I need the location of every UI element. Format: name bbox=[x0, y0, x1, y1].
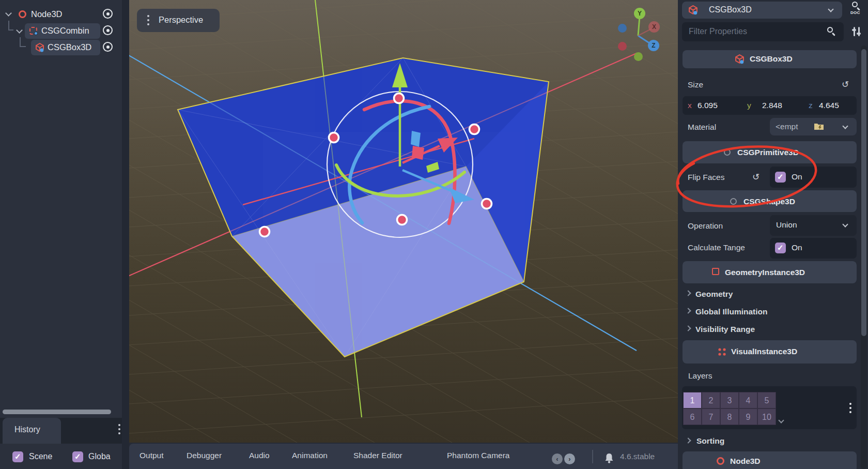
operation-label: Operation bbox=[688, 221, 723, 231]
scene-checkbox-label: Scene bbox=[29, 452, 52, 461]
group-global-illumination[interactable]: Global Illumination bbox=[695, 307, 768, 316]
perspective-label: Perspective bbox=[159, 15, 203, 25]
section-header-csgbox3d[interactable]: CSGBox3D bbox=[683, 50, 857, 68]
csgbox3d-icon bbox=[735, 54, 745, 64]
doc-search-icon bbox=[852, 2, 858, 7]
tab-debugger[interactable]: Debugger bbox=[187, 451, 222, 460]
viewport-canvas[interactable] bbox=[129, 0, 678, 443]
geometryinstance3d-icon bbox=[712, 268, 719, 275]
csg-box-mesh[interactable] bbox=[178, 58, 549, 357]
chevron-down-icon bbox=[842, 221, 848, 227]
layer-cell-2[interactable]: 2 bbox=[702, 392, 720, 409]
doc-icon-label: DOC bbox=[850, 10, 860, 15]
panel-splitter[interactable] bbox=[122, 0, 129, 469]
flip-faces-checkbox[interactable] bbox=[775, 172, 786, 183]
section-header-geometryinstance3d[interactable]: GeometryInstance3D bbox=[683, 261, 857, 283]
material-resource-picker[interactable]: <empt bbox=[770, 118, 857, 135]
node-selector-dropdown[interactable]: CSGBox3D bbox=[682, 2, 842, 19]
tabs-scroll-right-button[interactable]: › bbox=[564, 453, 575, 464]
axis-z-ball[interactable]: Z bbox=[648, 40, 659, 51]
operation-value: Union bbox=[776, 220, 797, 230]
axis-y-ball[interactable]: Y bbox=[634, 8, 645, 19]
layers-menu-icon[interactable] bbox=[849, 403, 851, 415]
group-geometry[interactable]: Geometry bbox=[695, 290, 733, 299]
version-label: 4.6.stable bbox=[620, 452, 655, 461]
notification-bell-icon[interactable] bbox=[603, 452, 615, 464]
history-filter-row: Scene Globa bbox=[0, 444, 122, 469]
chevron-down-icon bbox=[828, 6, 833, 12]
z-component-label: z bbox=[809, 101, 813, 110]
history-menu-icon[interactable] bbox=[118, 424, 120, 436]
layer-cell-7[interactable]: 7 bbox=[702, 409, 720, 425]
collapse-chevron-icon[interactable] bbox=[5, 10, 12, 17]
axis-neg-y-dot[interactable] bbox=[634, 52, 643, 61]
layer-cell-3[interactable]: 3 bbox=[720, 392, 739, 409]
layer-cell-6[interactable]: 6 bbox=[683, 409, 702, 425]
bar-divider bbox=[592, 450, 593, 463]
visibility-eye-icon[interactable] bbox=[103, 9, 113, 19]
viewport-3d[interactable]: Perspective Y X Z bbox=[129, 0, 678, 443]
calculate-tangents-field: On bbox=[770, 238, 857, 259]
layers-field: 1 2 3 4 5 6 7 8 9 10 bbox=[682, 386, 857, 429]
visibility-eye-icon[interactable] bbox=[103, 25, 113, 35]
collapse-chevron-icon[interactable] bbox=[16, 27, 23, 34]
folder-load-icon[interactable] bbox=[814, 122, 824, 131]
flip-faces-label: Flip Faces bbox=[688, 173, 725, 182]
flip-faces-value: On bbox=[792, 172, 802, 181]
horizontal-scrollbar[interactable] bbox=[3, 410, 111, 414]
layer-cell-9[interactable]: 9 bbox=[739, 409, 757, 425]
csgbox3d-icon bbox=[35, 43, 44, 52]
flip-faces-field: On bbox=[770, 167, 857, 188]
node3d-icon bbox=[717, 457, 724, 465]
node3d-icon bbox=[19, 10, 26, 18]
tab-output[interactable]: Output bbox=[140, 451, 164, 460]
section-header-csgshape3d[interactable]: CSGShape3D bbox=[683, 190, 857, 212]
tab-phantom-camera[interactable]: Phantom Camera bbox=[447, 451, 509, 460]
kebab-menu-icon bbox=[147, 15, 149, 27]
tree-label-csgcombiner: CSGCombin bbox=[41, 26, 89, 36]
tabs-scroll-left-button[interactable]: ‹ bbox=[552, 453, 563, 464]
revert-icon[interactable]: ↺ bbox=[752, 172, 760, 183]
inspector-tools-icon[interactable] bbox=[853, 27, 862, 37]
tab-animation[interactable]: Animation bbox=[292, 451, 328, 460]
layer-cell-10[interactable]: 10 bbox=[757, 409, 776, 425]
layer-cell-1[interactable]: 1 bbox=[683, 392, 702, 409]
open-docs-button[interactable]: DOC bbox=[849, 2, 862, 16]
size-z-value[interactable]: 4.645 bbox=[819, 101, 839, 110]
layers-label: Layers bbox=[688, 371, 712, 381]
axis-neg-z-dot[interactable] bbox=[618, 24, 627, 33]
tree-label-csgbox3d: CSGBox3D bbox=[48, 42, 91, 52]
group-visibility-range[interactable]: Visibility Range bbox=[695, 325, 755, 334]
inspector-scrollbar-thumb[interactable] bbox=[861, 49, 866, 336]
section-header-node3d[interactable]: Node3D bbox=[683, 451, 857, 469]
material-label: Material bbox=[688, 123, 716, 132]
section-header-visualinstance3d[interactable]: VisualInstance3D bbox=[683, 340, 857, 364]
axis-neg-x-dot[interactable] bbox=[618, 42, 627, 51]
group-sorting[interactable]: Sorting bbox=[696, 436, 724, 446]
scene-checkbox[interactable] bbox=[12, 451, 23, 462]
size-x-value[interactable]: 6.095 bbox=[698, 101, 718, 110]
chevron-down-icon bbox=[842, 123, 848, 129]
csg-blue-dot bbox=[34, 32, 38, 35]
filter-properties-input[interactable]: Filter Properties bbox=[682, 22, 844, 41]
perspective-menu-button[interactable]: Perspective bbox=[137, 9, 220, 32]
tab-shader-editor[interactable]: Shader Editor bbox=[353, 451, 402, 460]
tab-audio[interactable]: Audio bbox=[249, 451, 270, 460]
global-checkbox[interactable] bbox=[72, 451, 83, 462]
global-checkbox-label: Globa bbox=[88, 452, 111, 461]
size-y-value[interactable]: 2.848 bbox=[762, 101, 782, 110]
axis-x-ball[interactable]: X bbox=[648, 21, 660, 33]
y-component-label: y bbox=[747, 101, 751, 110]
calculate-tangents-value: On bbox=[792, 243, 802, 252]
layer-cell-5[interactable]: 5 bbox=[757, 392, 776, 409]
calculate-tangents-checkbox[interactable] bbox=[775, 243, 786, 253]
section-header-csgprimitive3d[interactable]: CSGPrimitive3D bbox=[683, 141, 857, 163]
visibility-eye-icon[interactable] bbox=[103, 42, 113, 52]
operation-dropdown[interactable]: Union bbox=[770, 215, 857, 236]
revert-icon[interactable]: ↺ bbox=[842, 79, 849, 90]
tree-elbow bbox=[8, 21, 13, 31]
layers-expand-chevron[interactable] bbox=[778, 417, 784, 423]
size-vector3-field[interactable]: x 6.095 y 2.848 z 4.645 bbox=[683, 96, 857, 115]
layer-cell-8[interactable]: 8 bbox=[720, 409, 739, 425]
layer-cell-4[interactable]: 4 bbox=[739, 392, 757, 409]
